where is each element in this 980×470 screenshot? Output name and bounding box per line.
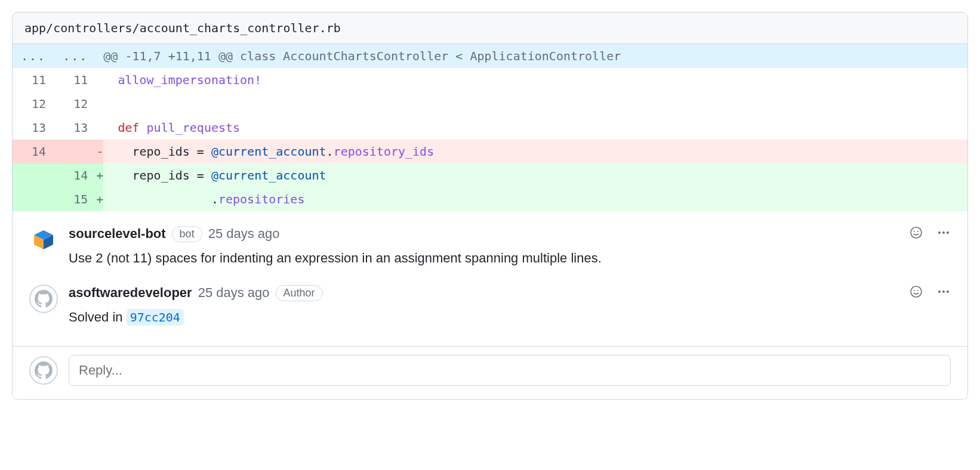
kebab-menu-icon[interactable] [936, 225, 951, 242]
svg-point-13 [942, 290, 945, 293]
line-num-new[interactable]: 11 [54, 68, 96, 92]
sourcelevel-logo-icon [30, 227, 57, 253]
line-num-new[interactable]: 14 [54, 163, 96, 187]
svg-point-11 [917, 290, 919, 291]
line-num-old[interactable]: 11 [13, 68, 54, 92]
kebab-menu-icon[interactable] [936, 285, 951, 301]
svg-point-3 [911, 227, 922, 238]
comment-text: Solved in 97cc204 [69, 307, 951, 327]
diff-marker: + [96, 163, 103, 187]
reply-box [13, 346, 967, 399]
diff-marker: + [96, 187, 103, 211]
comment: asoftwaredeveloper 25 days ago Author So… [29, 285, 951, 327]
line-num-old[interactable]: 12 [13, 92, 54, 116]
line-num-new[interactable] [54, 140, 96, 163]
bot-badge: bot [172, 226, 202, 242]
github-octicon-icon [35, 361, 53, 379]
svg-point-4 [914, 231, 915, 232]
diff-marker [96, 116, 103, 140]
hunk-header-text: @@ -11,7 +11,11 @@ class AccountChartsCo… [103, 44, 967, 68]
diff-line-addition: 14 + repo_ids = @current_account [13, 163, 967, 187]
code-content [103, 92, 967, 116]
diff-container: app/controllers/account_charts_controlle… [12, 12, 968, 400]
line-num-old[interactable] [13, 187, 54, 211]
comment-text: Use 2 (not 11) spaces for indenting an e… [69, 248, 951, 268]
diff-table: ... ... @@ -11,7 +11,11 @@ class Account… [13, 44, 967, 211]
svg-point-7 [942, 231, 945, 234]
diff-line-deletion: 14 - repo_ids = @current_account.reposit… [13, 140, 967, 163]
line-num-new[interactable]: 12 [54, 92, 96, 116]
comment-header: asoftwaredeveloper 25 days ago Author [69, 285, 951, 301]
comment-author[interactable]: asoftwaredeveloper [69, 285, 192, 301]
comment-time[interactable]: 25 days ago [198, 285, 270, 301]
review-comments: sourcelevel-bot bot 25 days ago Use 2 (n… [13, 211, 967, 346]
file-path[interactable]: app/controllers/account_charts_controlle… [13, 13, 967, 44]
comment-time[interactable]: 25 days ago [208, 226, 280, 242]
code-content: allow_impersonation! [103, 68, 967, 92]
svg-point-12 [938, 290, 941, 293]
code-content: repo_ids = @current_account.repository_i… [103, 140, 967, 163]
line-num-old[interactable]: 13 [13, 116, 54, 140]
diff-line-addition: 15 + .repositories [13, 187, 967, 211]
diff-marker [96, 68, 103, 92]
avatar[interactable] [29, 356, 58, 385]
reply-input[interactable] [69, 355, 951, 386]
svg-point-5 [917, 231, 919, 232]
svg-point-14 [947, 290, 949, 293]
commit-link[interactable]: 97cc204 [127, 309, 184, 326]
comment: sourcelevel-bot bot 25 days ago Use 2 (n… [29, 225, 951, 268]
line-num-new[interactable]: 15 [54, 187, 96, 211]
hunk-ellipsis-new[interactable]: ... [54, 44, 96, 68]
avatar[interactable] [29, 225, 58, 254]
diff-line: 12 12 [13, 92, 967, 116]
author-badge: Author [276, 285, 323, 301]
diff-line: 11 11 allow_impersonation! [13, 68, 967, 92]
code-content: repo_ids = @current_account [103, 163, 967, 187]
svg-point-8 [947, 231, 949, 234]
avatar[interactable] [29, 285, 58, 313]
diff-marker: - [96, 140, 103, 163]
hunk-ellipsis-old[interactable]: ... [13, 44, 54, 68]
svg-point-10 [914, 290, 915, 291]
code-content: .repositories [103, 187, 967, 211]
diff-marker [96, 92, 103, 116]
line-num-old[interactable]: 14 [13, 140, 54, 163]
code-content: def pull_requests [103, 116, 967, 140]
github-octicon-icon [35, 290, 53, 308]
comment-header: sourcelevel-bot bot 25 days ago [69, 225, 951, 242]
line-num-old[interactable] [13, 163, 54, 187]
svg-point-9 [911, 286, 922, 297]
reaction-icon[interactable] [909, 285, 923, 301]
diff-line: 13 13 def pull_requests [13, 116, 967, 140]
line-num-new[interactable]: 13 [54, 116, 96, 140]
comment-author[interactable]: sourcelevel-bot [69, 226, 166, 242]
comment-text-prefix: Solved in [69, 310, 127, 324]
svg-point-6 [938, 231, 941, 234]
hunk-header-row: ... ... @@ -11,7 +11,11 @@ class Account… [13, 44, 967, 68]
reaction-icon[interactable] [909, 225, 923, 242]
